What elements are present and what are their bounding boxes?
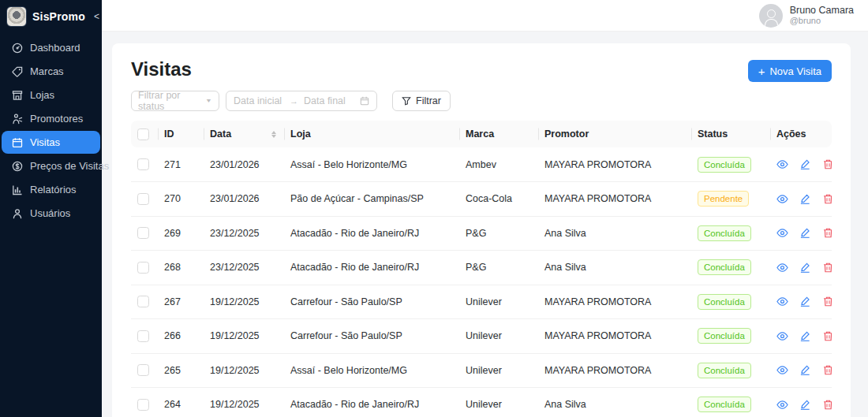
user-meta[interactable]: Bruno Camara @bruno bbox=[790, 5, 854, 26]
table-row: 26419/12/2025Atacadão - Rio de Janeiro/R… bbox=[131, 388, 832, 417]
cell-id: 265 bbox=[158, 353, 204, 388]
delete-button[interactable] bbox=[822, 296, 832, 307]
sidebar-item-label: Usuários bbox=[30, 207, 70, 219]
row-checkbox[interactable] bbox=[137, 330, 149, 342]
table-row: 26823/12/2025Atacadão - Rio de Janeiro/R… bbox=[131, 251, 832, 285]
view-button[interactable] bbox=[776, 296, 788, 307]
select-all-checkbox[interactable] bbox=[137, 128, 149, 140]
status-filter-placeholder: Filtrar por status bbox=[138, 90, 205, 112]
edit-icon bbox=[799, 158, 811, 170]
row-checkbox[interactable] bbox=[137, 399, 149, 411]
cell-id: 268 bbox=[158, 251, 204, 285]
row-checkbox[interactable] bbox=[137, 227, 149, 239]
sidebar-item-visitas[interactable]: Visitas bbox=[2, 131, 100, 154]
cell-data: 23/12/2025 bbox=[204, 251, 284, 285]
cell-data: 19/12/2025 bbox=[204, 353, 284, 388]
cell-promotor: MAYARA PROMOTORA bbox=[538, 182, 691, 217]
edit-button[interactable] bbox=[799, 227, 811, 239]
brand: SisPromo < bbox=[0, 0, 102, 32]
cell-marca: P&G bbox=[459, 216, 538, 251]
row-checkbox[interactable] bbox=[137, 193, 149, 205]
cell-loja: Carrefour - São Paulo/SP bbox=[284, 285, 459, 319]
user-icon bbox=[12, 208, 23, 219]
cell-marca: Unilever bbox=[459, 388, 538, 417]
cell-loja: Pão de Açúcar - Campinas/SP bbox=[284, 182, 459, 217]
row-checkbox[interactable] bbox=[137, 364, 149, 376]
column-header-acoes: Ações bbox=[770, 121, 832, 147]
view-icon bbox=[776, 330, 788, 342]
cell-promotor: Ana Silva bbox=[538, 251, 691, 285]
table-header-row: ID Data Loja Marca Promotor Status Ações bbox=[131, 121, 832, 147]
delete-button[interactable] bbox=[822, 364, 832, 376]
status-filter-select[interactable]: Filtrar por status ▼ bbox=[131, 91, 219, 111]
edit-button[interactable] bbox=[799, 193, 811, 205]
sort-icon[interactable] bbox=[271, 131, 276, 138]
sidebar-item-label: Promotores bbox=[30, 113, 83, 125]
edit-button[interactable] bbox=[799, 262, 811, 274]
cell-loja: Assaí - Belo Horizonte/MG bbox=[284, 353, 459, 388]
user-name: Bruno Camara bbox=[790, 5, 854, 16]
view-icon bbox=[776, 227, 788, 239]
sidebar-item-pre-os-de-visitas[interactable]: Preços de Visitas bbox=[2, 155, 100, 177]
delete-button[interactable] bbox=[822, 399, 832, 411]
view-button[interactable] bbox=[776, 330, 788, 342]
delete-button[interactable] bbox=[822, 158, 832, 170]
filter-button-label: Filtrar bbox=[416, 95, 441, 106]
filter-button[interactable]: Filtrar bbox=[392, 91, 451, 111]
plus-icon: + bbox=[758, 65, 765, 77]
sidebar-item-dashboard[interactable]: Dashboard bbox=[2, 36, 100, 59]
column-header-loja: Loja bbox=[284, 121, 459, 147]
user-avatar[interactable] bbox=[759, 4, 783, 28]
view-icon bbox=[776, 399, 788, 411]
cell-promotor: MAYARA PROMOTORA bbox=[538, 353, 691, 388]
delete-button[interactable] bbox=[822, 262, 832, 274]
view-button[interactable] bbox=[776, 262, 788, 274]
delete-button[interactable] bbox=[822, 193, 832, 205]
sidebar-item-lojas[interactable]: Lojas bbox=[2, 84, 100, 106]
delete-button[interactable] bbox=[822, 330, 832, 342]
row-checkbox[interactable] bbox=[137, 158, 149, 170]
view-button[interactable] bbox=[776, 227, 788, 239]
edit-button[interactable] bbox=[799, 296, 811, 307]
sidebar-collapse-icon[interactable]: < bbox=[94, 11, 99, 22]
edit-button[interactable] bbox=[799, 364, 811, 376]
row-checkbox[interactable] bbox=[137, 296, 149, 307]
delete-button[interactable] bbox=[822, 227, 832, 239]
column-header-data[interactable]: Data bbox=[204, 121, 284, 147]
date-range-picker[interactable]: Data inicial → Data final bbox=[226, 91, 377, 111]
row-checkbox[interactable] bbox=[137, 262, 149, 274]
sidebar-item-usu-rios[interactable]: Usuários bbox=[2, 202, 100, 225]
cell-data: 23/12/2025 bbox=[204, 216, 284, 251]
new-visit-label: Nova Visita bbox=[769, 65, 821, 77]
view-icon bbox=[776, 296, 788, 307]
edit-button[interactable] bbox=[799, 330, 811, 342]
cell-id: 264 bbox=[158, 388, 204, 417]
sidebar-item-relat-rios[interactable]: Relatórios bbox=[2, 178, 100, 201]
view-button[interactable] bbox=[776, 158, 788, 170]
edit-button[interactable] bbox=[799, 158, 811, 170]
cell-id: 270 bbox=[158, 182, 204, 217]
status-badge: Concluída bbox=[698, 259, 751, 275]
table-row: 27123/01/2026Assaí - Belo Horizonte/MGAm… bbox=[131, 147, 832, 182]
main-area: Visitas + Nova Visita Filtrar por status… bbox=[102, 32, 868, 417]
sidebar-item-label: Dashboard bbox=[30, 42, 80, 54]
view-button[interactable] bbox=[776, 193, 788, 205]
cell-marca: Unilever bbox=[459, 285, 538, 319]
edit-icon bbox=[799, 364, 811, 376]
cell-promotor: MAYARA PROMOTORA bbox=[538, 147, 691, 182]
sidebar-item-marcas[interactable]: Marcas bbox=[2, 60, 100, 83]
sidebar-item-promotores[interactable]: Promotores bbox=[2, 107, 100, 130]
view-icon bbox=[776, 193, 788, 205]
dollar-icon bbox=[12, 161, 23, 172]
delete-icon bbox=[822, 262, 832, 274]
column-header-id: ID bbox=[158, 121, 204, 147]
edit-button[interactable] bbox=[799, 399, 811, 411]
cell-id: 267 bbox=[158, 285, 204, 319]
view-button[interactable] bbox=[776, 364, 788, 376]
view-button[interactable] bbox=[776, 399, 788, 411]
delete-icon bbox=[822, 296, 832, 307]
new-visit-button[interactable]: + Nova Visita bbox=[748, 60, 832, 82]
status-badge: Concluída bbox=[698, 294, 751, 310]
cell-id: 266 bbox=[158, 319, 204, 354]
user-handle: @bruno bbox=[790, 16, 854, 26]
